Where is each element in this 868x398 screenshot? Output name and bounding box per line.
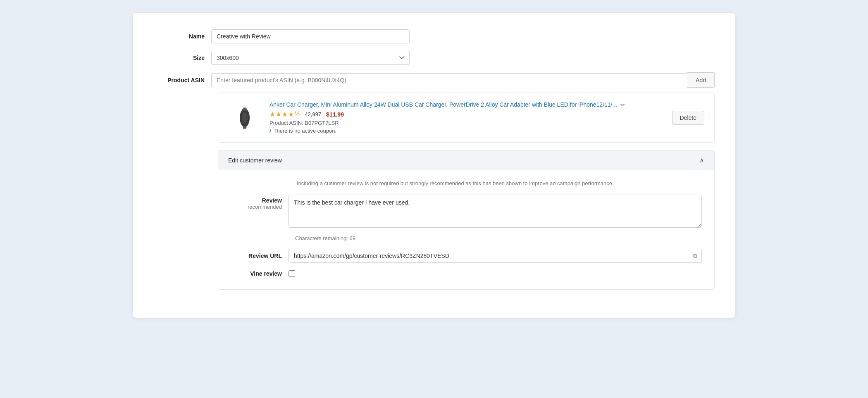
review-textarea[interactable]: This is the best car charger I have ever…: [289, 195, 702, 228]
svg-rect-2: [243, 126, 246, 129]
info-icon: i: [269, 128, 271, 134]
size-label: Size: [153, 55, 211, 61]
edit-title-icon[interactable]: ✏: [620, 102, 625, 108]
size-select[interactable]: 300x600 160x600 728x90 970x250: [211, 51, 410, 65]
chevron-up-icon[interactable]: ∧: [699, 156, 704, 164]
star-half: ½: [294, 110, 300, 118]
main-card: Name Size 300x600 160x600 728x90 970x250…: [132, 12, 736, 318]
review-text-row: Review recommended This is the best car …: [231, 195, 702, 228]
product-price: $11.99: [326, 111, 344, 118]
url-input-wrapper: ⧉: [289, 249, 702, 263]
star-3: ★: [282, 110, 288, 118]
review-section-header[interactable]: Edit customer review ∧: [218, 150, 714, 170]
review-main-label: Review: [231, 197, 282, 204]
review-url-input[interactable]: [289, 249, 689, 262]
review-hint: Including a customer review is not requi…: [297, 180, 702, 186]
star-1: ★: [269, 110, 275, 118]
review-section: Edit customer review ∧ Including a custo…: [218, 150, 715, 290]
product-item: Anker Car Charger, Mini Aluminum Alloy 2…: [218, 93, 714, 142]
product-meta: ★ ★ ★ ★ ½ 42,997 $11.99: [269, 110, 672, 118]
coupon-text: There is no active coupon.: [274, 128, 336, 134]
product-info: Anker Car Charger, Mini Aluminum Alloy 2…: [269, 101, 672, 134]
review-url-row: Review URL ⧉: [231, 249, 702, 263]
name-input[interactable]: [211, 29, 410, 43]
size-row: Size 300x600 160x600 728x90 970x250: [153, 51, 715, 65]
product-section: Anker Car Charger, Mini Aluminum Alloy 2…: [218, 93, 715, 143]
product-asin-line: Product ASIN: B07PGT7LSR: [269, 120, 672, 126]
product-image: [234, 105, 256, 130]
name-row: Name: [153, 29, 715, 43]
product-title-text[interactable]: Anker Car Charger, Mini Aluminum Alloy 2…: [269, 101, 617, 108]
vine-checkbox[interactable]: [289, 270, 295, 277]
add-asin-button[interactable]: Add: [687, 72, 715, 88]
product-stars: ★ ★ ★ ★ ½: [269, 110, 300, 118]
name-label: Name: [153, 33, 211, 40]
star-4: ★: [288, 110, 294, 118]
svg-rect-4: [243, 107, 246, 109]
review-sub-label: recommended: [231, 204, 282, 210]
url-label: Review URL: [231, 253, 289, 259]
asin-label-text: Product ASIN:: [269, 120, 303, 126]
svg-point-3: [242, 112, 248, 123]
review-header-label: Edit customer review: [228, 157, 282, 164]
external-link-icon[interactable]: ⧉: [689, 253, 701, 260]
review-count: 42,997: [305, 111, 321, 117]
star-2: ★: [276, 110, 281, 118]
asin-value-text: B07PGT7LSR: [305, 120, 339, 126]
asin-input[interactable]: [211, 73, 687, 87]
asin-row: Product ASIN Add: [153, 72, 715, 88]
vine-label: Vine review: [231, 270, 289, 277]
review-body: Including a customer review is not requi…: [218, 170, 714, 289]
coupon-line: i There is no active coupon.: [269, 128, 672, 134]
product-title-row: Anker Car Charger, Mini Aluminum Alloy 2…: [269, 101, 672, 108]
asin-label: Product ASIN: [153, 77, 211, 83]
review-label-group: Review recommended: [231, 195, 289, 210]
product-image-area: [228, 105, 261, 130]
chars-remaining: Characters remaining: 69: [295, 235, 702, 241]
vine-review-row: Vine review: [231, 270, 702, 277]
delete-button[interactable]: Delete: [672, 111, 704, 125]
